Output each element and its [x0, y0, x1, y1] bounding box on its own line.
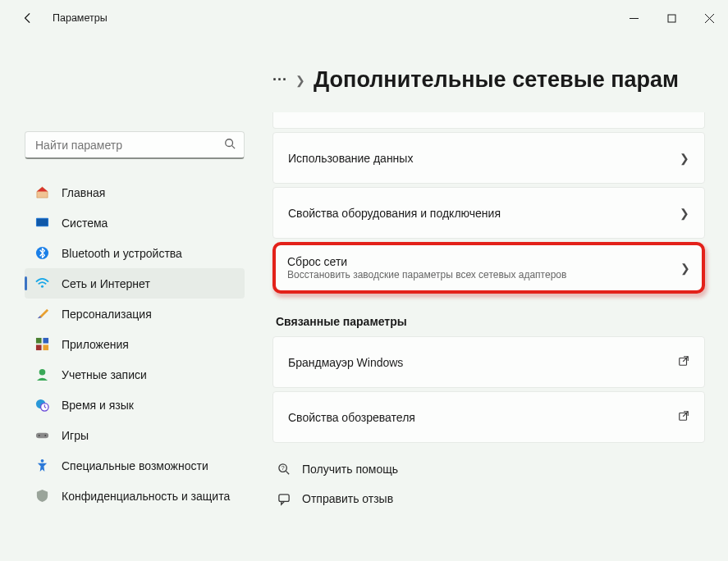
sidebar-item-label: Сеть и Интернет [62, 277, 150, 290]
sidebar-item-label: Приложения [62, 338, 129, 351]
main-content: ··· ❯ Дополнительные сетевые парам Испол… [256, 36, 728, 561]
sidebar-item-accounts[interactable]: Учетные записи [25, 359, 245, 390]
close-button[interactable] [690, 5, 728, 31]
svg-line-29 [286, 471, 289, 474]
breadcrumb: ··· ❯ Дополнительные сетевые парам [272, 67, 705, 93]
svg-line-24 [683, 357, 688, 362]
apps-icon [34, 337, 49, 352]
card-subtitle: Восстановить заводские параметры всех се… [287, 269, 680, 280]
svg-point-21 [44, 435, 46, 436]
titlebar: Параметры [0, 0, 728, 36]
sidebar-item-personalization[interactable]: Персонализация [25, 299, 245, 329]
sidebar-item-label: Персонализация [62, 308, 152, 321]
card-network-reset[interactable]: Сброс сети Восстановить заводские параме… [272, 242, 705, 294]
svg-rect-11 [43, 338, 48, 344]
nav: Главная Система Bluetooth и устройства С… [25, 177, 245, 511]
section-header-related: Связанные параметры [276, 315, 705, 328]
card-title: Свойства оборудования и подключения [288, 207, 680, 220]
svg-rect-19 [35, 433, 48, 439]
shield-icon [34, 489, 49, 504]
help-icon: ? [276, 461, 292, 477]
get-help-link[interactable]: ? Получить помощь [276, 461, 705, 477]
wifi-icon [34, 276, 49, 291]
sidebar-item-label: Игры [62, 429, 89, 442]
search-input[interactable] [35, 139, 224, 152]
system-icon [34, 216, 49, 230]
sidebar-item-label: Время и язык [62, 399, 134, 412]
chevron-right-icon: ❯ [680, 262, 690, 275]
chevron-right-icon: ❯ [295, 74, 305, 87]
svg-point-9 [40, 285, 43, 288]
account-icon [34, 367, 49, 382]
svg-rect-10 [35, 338, 41, 344]
card-hardware-properties[interactable]: Свойства оборудования и подключения ❯ [272, 187, 705, 239]
sidebar-item-home[interactable]: Главная [25, 177, 245, 208]
sidebar-item-apps[interactable]: Приложения [25, 329, 245, 359]
svg-rect-13 [43, 344, 48, 350]
sidebar-item-accessibility[interactable]: Специальные возможности [25, 450, 245, 481]
footer-links: ? Получить помощь Отправить отзыв [272, 461, 705, 507]
search-box[interactable] [25, 131, 245, 159]
chevron-right-icon: ❯ [680, 207, 689, 220]
send-feedback-link[interactable]: Отправить отзыв [276, 490, 705, 507]
sidebar-item-system[interactable]: Система [25, 208, 245, 238]
svg-line-5 [232, 146, 236, 149]
sidebar-item-privacy[interactable]: Конфиденциальность и защита [25, 481, 245, 511]
svg-rect-1 [668, 15, 675, 22]
card-partial-top[interactable] [272, 112, 705, 129]
sidebar-item-label: Учетные записи [62, 368, 147, 381]
svg-rect-7 [36, 219, 47, 226]
bluetooth-icon [34, 246, 49, 261]
external-link-icon [678, 410, 689, 424]
gamepad-icon [34, 428, 49, 443]
sidebar-item-gaming[interactable]: Игры [25, 420, 245, 450]
accessibility-icon [34, 458, 49, 473]
chevron-right-icon: ❯ [680, 152, 689, 165]
sidebar-item-label: Главная [62, 186, 105, 199]
window-controls [615, 5, 728, 31]
sidebar-item-time[interactable]: Время и язык [25, 390, 245, 420]
sidebar-item-bluetooth[interactable]: Bluetooth и устройства [25, 238, 245, 268]
card-title: Использование данных [288, 152, 680, 165]
svg-point-22 [40, 459, 43, 463]
svg-point-20 [38, 435, 39, 436]
maximize-button[interactable] [652, 5, 690, 31]
sidebar: Главная Система Bluetooth и устройства С… [0, 36, 256, 561]
sidebar-item-label: Специальные возможности [62, 459, 208, 472]
svg-rect-12 [35, 344, 41, 350]
feedback-icon [276, 490, 292, 507]
sidebar-item-label: Система [62, 217, 108, 230]
page-title: Дополнительные сетевые парам [314, 67, 679, 93]
home-icon [34, 185, 49, 200]
card-title: Свойства обозревателя [288, 411, 678, 424]
card-title: Брандмауэр Windows [288, 356, 678, 369]
search-icon [224, 138, 236, 152]
card-data-usage[interactable]: Использование данных ❯ [272, 132, 705, 184]
svg-rect-30 [278, 494, 288, 501]
card-browser-properties[interactable]: Свойства обозревателя [272, 391, 705, 443]
sidebar-item-label: Bluetooth и устройства [62, 247, 182, 260]
back-button[interactable] [16, 7, 39, 30]
link-label: Отправить отзыв [302, 492, 393, 505]
link-label: Получить помощь [302, 463, 398, 476]
sidebar-item-network[interactable]: Сеть и Интернет [25, 268, 245, 299]
svg-line-26 [683, 412, 688, 417]
svg-point-14 [39, 369, 45, 376]
external-link-icon [678, 355, 689, 369]
card-title: Сброс сети [287, 255, 680, 268]
window-title: Параметры [53, 12, 108, 24]
breadcrumb-more-icon[interactable]: ··· [272, 71, 287, 89]
minimize-button[interactable] [615, 5, 652, 31]
sidebar-item-label: Конфиденциальность и защита [62, 490, 230, 503]
brush-icon [34, 307, 49, 322]
card-firewall[interactable]: Брандмауэр Windows [272, 336, 705, 388]
svg-text:?: ? [281, 464, 284, 472]
globe-clock-icon [34, 398, 49, 413]
svg-point-4 [226, 139, 233, 147]
